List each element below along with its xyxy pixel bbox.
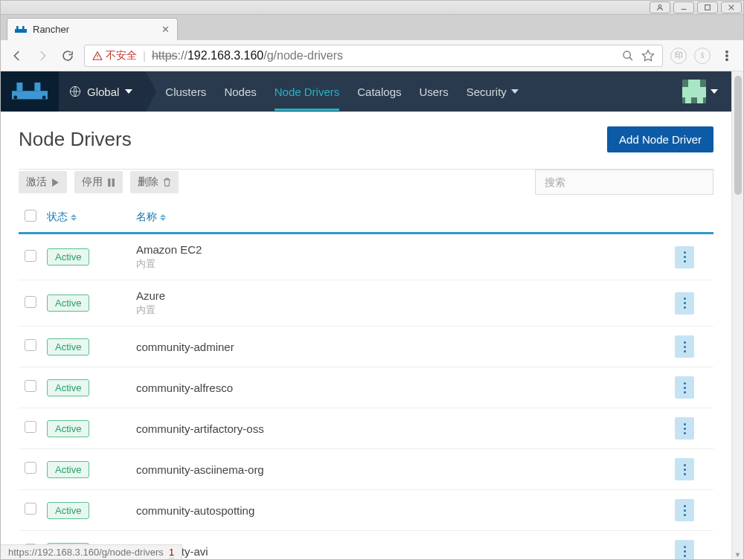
delete-button[interactable]: 删除 — [130, 171, 179, 193]
driver-name: Azure — [136, 289, 675, 302]
search-input[interactable] — [535, 170, 713, 195]
svg-point-15 — [13, 96, 17, 100]
svg-rect-19 — [112, 178, 115, 187]
browser-menu-button[interactable] — [718, 47, 736, 65]
svg-point-9 — [726, 51, 728, 52]
builtin-label: 内置 — [136, 303, 675, 317]
row-checkbox[interactable] — [25, 380, 36, 392]
user-menu[interactable] — [682, 80, 731, 103]
avatar — [682, 80, 706, 103]
driver-name: community-adminer — [136, 341, 675, 353]
sort-icon — [71, 214, 77, 221]
status-badge: Active — [47, 338, 89, 355]
scope-selector[interactable]: Global — [59, 71, 146, 112]
scrollbar-thumb[interactable] — [734, 76, 742, 195]
page-viewport: Global Clusters Nodes Node Drivers Catal… — [1, 71, 731, 559]
scope-label: Global — [87, 86, 119, 98]
table-row: Active Amazon EC2 内置 — [19, 234, 713, 280]
rancher-header: Global Clusters Nodes Node Drivers Catal… — [1, 71, 731, 112]
driver-name: community-alfresco — [136, 382, 675, 394]
row-actions-button[interactable] — [675, 499, 694, 521]
rancher-logo-icon[interactable] — [1, 71, 59, 112]
row-actions-button[interactable] — [675, 292, 694, 315]
driver-name-cell: Amazon EC2 内置 — [136, 243, 675, 271]
pause-icon — [107, 178, 115, 187]
nav-catalogs[interactable]: Catalogs — [357, 73, 401, 111]
svg-rect-18 — [108, 178, 110, 187]
chevron-down-icon — [125, 89, 132, 94]
forward-button[interactable] — [33, 47, 51, 65]
status-badge: Active — [47, 502, 89, 519]
svg-point-7 — [623, 51, 630, 58]
row-actions-button[interactable] — [675, 458, 694, 480]
reload-button[interactable] — [59, 47, 77, 65]
svg-rect-13 — [16, 83, 22, 91]
os-user-button[interactable] — [650, 1, 670, 13]
deactivate-button[interactable]: 停用 — [74, 171, 123, 193]
kebab-icon — [684, 251, 686, 263]
browser-tab-strip: Rancher ✕ — [1, 15, 743, 40]
column-status[interactable]: 状态 — [47, 210, 136, 224]
extension-icon-2[interactable]: ﹩ — [694, 48, 711, 64]
svg-rect-14 — [34, 83, 40, 91]
row-actions-button[interactable] — [675, 376, 694, 399]
rancher-favicon-icon — [15, 24, 27, 36]
nav-nodes[interactable]: Nodes — [224, 73, 256, 111]
table-row: Active community-asciinema-org — [19, 449, 713, 490]
tab-close-icon[interactable]: ✕ — [161, 24, 170, 35]
nav-clusters[interactable]: Clusters — [165, 73, 206, 111]
play-icon — [51, 178, 60, 187]
svg-point-6 — [97, 57, 97, 58]
insecure-warning: 不安全 — [92, 49, 137, 62]
globe-icon — [69, 86, 81, 97]
nav-node-drivers[interactable]: Node Drivers — [275, 73, 340, 111]
table-row: Active community-adminer — [19, 326, 713, 367]
svg-rect-3 — [16, 26, 19, 29]
scroll-down-arrow[interactable]: ▼ — [732, 550, 743, 559]
nav-security[interactable]: Security — [466, 73, 519, 111]
add-node-driver-button[interactable]: Add Node Driver — [607, 126, 713, 152]
row-checkbox[interactable] — [25, 250, 36, 262]
browser-tab[interactable]: Rancher ✕ — [7, 18, 178, 40]
os-minimize-button[interactable] — [673, 1, 694, 13]
os-maximize-button[interactable] — [697, 1, 718, 13]
os-titlebar — [1, 1, 743, 15]
nav-users[interactable]: Users — [419, 73, 448, 111]
row-checkbox[interactable] — [25, 421, 36, 433]
row-checkbox[interactable] — [25, 339, 36, 351]
row-checkbox[interactable] — [25, 503, 36, 515]
status-badge: Active — [47, 420, 89, 437]
status-badge: Active — [47, 379, 89, 396]
row-actions-button[interactable] — [675, 335, 694, 358]
activate-button[interactable]: 激活 — [19, 171, 67, 193]
svg-point-11 — [726, 59, 728, 60]
os-close-button[interactable] — [721, 1, 742, 13]
row-actions-button[interactable] — [675, 540, 694, 559]
svg-line-8 — [629, 57, 632, 60]
back-button[interactable] — [8, 47, 26, 65]
driver-name-cell: community-asciinema-org — [136, 463, 675, 476]
row-actions-button[interactable] — [675, 246, 694, 268]
column-name[interactable]: 名称 — [136, 210, 675, 224]
driver-name-cell: community-adminer — [136, 341, 675, 353]
svg-point-10 — [726, 54, 728, 56]
bookmark-star-icon[interactable] — [641, 49, 655, 62]
svg-point-16 — [42, 96, 46, 100]
svg-rect-2 — [15, 29, 27, 33]
table-header: 状态 名称 — [19, 199, 713, 234]
address-bar[interactable]: 不安全 | https://192.168.3.160/g/node-drive… — [84, 45, 663, 67]
kebab-icon — [684, 423, 686, 434]
table-row: Active Azure 内置 — [19, 280, 713, 326]
status-badge: Active — [47, 461, 89, 478]
zoom-icon[interactable] — [622, 50, 634, 62]
row-checkbox[interactable] — [25, 462, 36, 474]
browser-tab-title: Rancher — [33, 24, 155, 35]
trash-icon — [163, 178, 171, 187]
chevron-down-icon — [711, 89, 718, 94]
select-all-checkbox[interactable] — [25, 210, 36, 222]
row-checkbox[interactable] — [25, 296, 36, 308]
extension-icon-1[interactable]: 印 — [670, 48, 687, 64]
kebab-icon — [684, 382, 686, 393]
row-actions-button[interactable] — [675, 417, 694, 440]
vertical-scrollbar[interactable]: ▼ — [731, 71, 743, 559]
